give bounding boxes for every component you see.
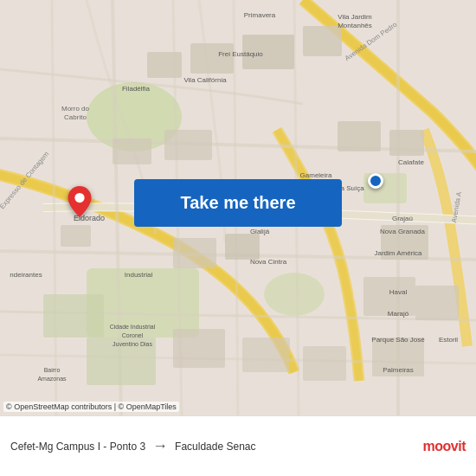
destination-label: Faculdade Senac [175, 441, 255, 453]
moovit-brand-text: moovit [423, 439, 466, 454]
svg-text:Montanhês: Montanhês [338, 22, 372, 29]
svg-text:Vila Califórnia: Vila Califórnia [183, 76, 227, 84]
svg-text:Cabrito: Cabrito [64, 113, 87, 121]
svg-rect-24 [164, 130, 212, 160]
svg-rect-21 [225, 234, 260, 260]
svg-rect-20 [173, 238, 216, 268]
map-attribution: © OpenStreetMap contributors | © OpenMap… [3, 402, 179, 412]
svg-rect-27 [43, 294, 104, 338]
origin-marker [68, 186, 92, 221]
svg-point-67 [74, 193, 84, 203]
svg-text:Nova Granada: Nova Granada [380, 228, 426, 235]
svg-rect-33 [303, 346, 346, 381]
bottom-bar: Cefet-Mg Campus I - Ponto 3 → Faculdade … [0, 415, 476, 476]
svg-text:Nova Cintra: Nova Cintra [250, 258, 287, 266]
route-info: Cefet-Mg Campus I - Ponto 3 → Faculdade … [10, 437, 423, 455]
svg-text:Palmeiras: Palmeiras [383, 366, 414, 374]
svg-rect-26 [389, 130, 424, 156]
svg-text:Glalijá: Glalijá [250, 228, 270, 235]
svg-text:Calafate: Calafate [398, 158, 424, 166]
svg-point-3 [264, 273, 325, 316]
svg-text:Parque São José: Parque São José [371, 336, 425, 344]
svg-text:Haval: Haval [389, 288, 408, 296]
svg-text:Morro do: Morro do [61, 105, 90, 113]
svg-text:Amazonas: Amazonas [37, 376, 67, 382]
svg-text:Estoril: Estoril [439, 336, 458, 344]
svg-rect-25 [338, 121, 381, 151]
svg-rect-23 [113, 138, 151, 164]
svg-text:Primavera: Primavera [244, 11, 276, 19]
take-me-there-button[interactable]: Take me there [134, 179, 342, 227]
svg-rect-19 [61, 225, 91, 247]
svg-text:Jardim América: Jardim América [374, 249, 422, 257]
svg-text:Gameleira: Gameleira [300, 171, 332, 179]
map-container: Morro do Cabrito Filadélfia Vila Califór… [0, 0, 476, 415]
svg-text:Frei Eustáquio: Frei Eustáquio [218, 50, 263, 58]
moovit-logo: moovit [423, 439, 466, 454]
destination-marker [368, 173, 383, 189]
svg-text:ndeirantes: ndeirantes [10, 271, 42, 279]
svg-text:Grajaú: Grajaú [392, 215, 413, 222]
svg-text:Vila Jardim: Vila Jardim [338, 13, 372, 21]
svg-rect-16 [190, 43, 234, 74]
arrow-icon: → [152, 437, 168, 455]
svg-rect-32 [242, 338, 290, 372]
svg-text:Marajó: Marajó [388, 310, 409, 318]
svg-text:Cidade Industrial: Cidade Industrial [110, 324, 156, 330]
svg-text:Filadélfia: Filadélfia [122, 85, 151, 93]
origin-label: Cefet-Mg Campus I - Ponto 3 [10, 441, 145, 453]
svg-rect-15 [147, 52, 182, 78]
svg-text:Industrial: Industrial [125, 271, 153, 279]
svg-text:Coronel: Coronel [122, 332, 144, 338]
svg-text:Juventino Dias: Juventino Dias [113, 341, 152, 347]
svg-rect-29 [415, 286, 459, 320]
svg-text:Bairro: Bairro [44, 367, 61, 373]
svg-rect-31 [173, 329, 225, 368]
svg-rect-18 [303, 26, 342, 56]
